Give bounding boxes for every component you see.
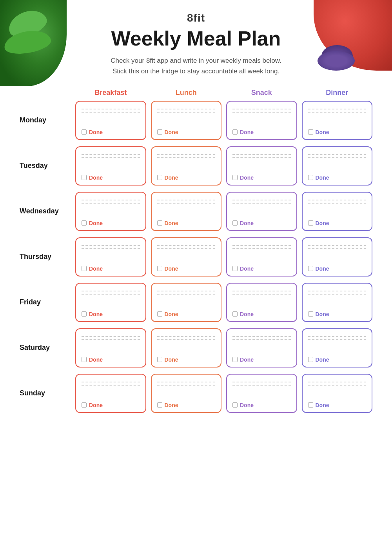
- meal-card-lunch-friday[interactable]: Done: [151, 283, 222, 322]
- done-label: Done: [89, 311, 103, 317]
- done-checkbox[interactable]: [157, 220, 162, 226]
- meal-card-dinner-sunday[interactable]: Done: [302, 374, 373, 413]
- done-row[interactable]: Done: [157, 311, 216, 317]
- done-checkbox[interactable]: [308, 220, 313, 226]
- meal-lines: [82, 243, 140, 251]
- done-checkbox[interactable]: [82, 129, 87, 135]
- subtitle-line2: Stick this on the fridge to stay account…: [113, 67, 279, 75]
- done-checkbox[interactable]: [157, 266, 162, 271]
- meal-lines: [232, 288, 291, 297]
- meal-card-dinner-monday[interactable]: Done: [302, 101, 373, 140]
- days-container: MondayDoneDoneDoneDoneTuesdayDoneDoneDon…: [20, 101, 372, 413]
- done-row[interactable]: Done: [308, 357, 367, 363]
- done-row[interactable]: Done: [157, 266, 216, 272]
- done-row[interactable]: Done: [232, 357, 291, 363]
- meal-lines: [308, 288, 367, 297]
- done-row[interactable]: Done: [82, 220, 140, 226]
- done-checkbox[interactable]: [232, 311, 238, 317]
- done-checkbox[interactable]: [232, 220, 238, 226]
- done-row[interactable]: Done: [157, 175, 216, 181]
- meal-card-dinner-wednesday[interactable]: Done: [302, 192, 373, 231]
- done-row[interactable]: Done: [308, 402, 367, 408]
- meal-card-breakfast-sunday[interactable]: Done: [75, 374, 146, 413]
- meal-lines: [157, 106, 216, 115]
- done-checkbox[interactable]: [308, 129, 313, 135]
- meal-card-dinner-thursday[interactable]: Done: [302, 237, 373, 277]
- meal-card-lunch-saturday[interactable]: Done: [151, 328, 222, 368]
- done-checkbox[interactable]: [232, 129, 238, 135]
- meal-card-lunch-tuesday[interactable]: Done: [151, 146, 222, 186]
- meal-lines: [308, 243, 367, 251]
- meal-card-breakfast-monday[interactable]: Done: [75, 101, 146, 140]
- meal-lines: [232, 379, 291, 388]
- done-checkbox[interactable]: [82, 175, 87, 180]
- done-row[interactable]: Done: [82, 266, 140, 272]
- done-checkbox[interactable]: [232, 357, 238, 362]
- meal-card-breakfast-wednesday[interactable]: Done: [75, 192, 146, 231]
- done-row[interactable]: Done: [232, 175, 291, 181]
- done-row[interactable]: Done: [82, 175, 140, 181]
- done-row[interactable]: Done: [308, 129, 367, 135]
- done-checkbox[interactable]: [82, 402, 87, 408]
- meal-card-snack-thursday[interactable]: Done: [226, 237, 297, 277]
- done-checkbox[interactable]: [157, 311, 162, 317]
- done-row[interactable]: Done: [82, 311, 140, 317]
- done-checkbox[interactable]: [82, 266, 87, 271]
- meal-card-lunch-monday[interactable]: Done: [151, 101, 222, 140]
- done-row[interactable]: Done: [232, 266, 291, 272]
- done-row[interactable]: Done: [308, 175, 367, 181]
- meal-card-snack-friday[interactable]: Done: [226, 283, 297, 322]
- done-label: Done: [165, 220, 178, 226]
- done-checkbox[interactable]: [232, 266, 238, 271]
- meal-card-breakfast-thursday[interactable]: Done: [75, 237, 146, 277]
- done-row[interactable]: Done: [157, 357, 216, 363]
- done-checkbox[interactable]: [157, 402, 162, 408]
- done-checkbox[interactable]: [157, 129, 162, 135]
- done-row[interactable]: Done: [157, 220, 216, 226]
- done-checkbox[interactable]: [308, 266, 313, 271]
- done-checkbox[interactable]: [157, 175, 162, 180]
- meal-card-lunch-wednesday[interactable]: Done: [151, 192, 222, 231]
- done-row[interactable]: Done: [82, 402, 140, 408]
- done-checkbox[interactable]: [82, 311, 87, 317]
- done-row[interactable]: Done: [308, 311, 367, 317]
- done-checkbox[interactable]: [157, 357, 162, 362]
- done-label: Done: [89, 220, 103, 226]
- meal-card-dinner-tuesday[interactable]: Done: [302, 146, 373, 186]
- done-checkbox[interactable]: [232, 402, 238, 408]
- done-row[interactable]: Done: [232, 129, 291, 135]
- meal-card-snack-tuesday[interactable]: Done: [226, 146, 297, 186]
- done-row[interactable]: Done: [82, 357, 140, 363]
- meal-lines: [157, 152, 216, 160]
- meal-card-lunch-thursday[interactable]: Done: [151, 237, 222, 277]
- meal-card-breakfast-saturday[interactable]: Done: [75, 328, 146, 368]
- done-row[interactable]: Done: [232, 311, 291, 317]
- page-header: 8fit Weekly Meal Plan Check your 8fit ap…: [0, 0, 392, 77]
- done-row[interactable]: Done: [232, 220, 291, 226]
- meal-lines: [82, 334, 140, 342]
- meal-card-snack-wednesday[interactable]: Done: [226, 192, 297, 231]
- meal-card-breakfast-friday[interactable]: Done: [75, 283, 146, 322]
- meal-card-lunch-sunday[interactable]: Done: [151, 374, 222, 413]
- meal-card-snack-saturday[interactable]: Done: [226, 328, 297, 368]
- done-row[interactable]: Done: [82, 129, 140, 135]
- done-row[interactable]: Done: [308, 220, 367, 226]
- meal-card-dinner-friday[interactable]: Done: [302, 283, 373, 322]
- done-checkbox[interactable]: [308, 402, 313, 408]
- meal-card-breakfast-tuesday[interactable]: Done: [75, 146, 146, 186]
- meal-card-dinner-saturday[interactable]: Done: [302, 328, 373, 368]
- meal-card-snack-monday[interactable]: Done: [226, 101, 297, 140]
- done-checkbox[interactable]: [308, 357, 313, 362]
- meal-card-snack-sunday[interactable]: Done: [226, 374, 297, 413]
- meal-lines: [308, 106, 367, 115]
- done-checkbox[interactable]: [82, 357, 87, 362]
- done-checkbox[interactable]: [308, 175, 313, 180]
- done-row[interactable]: Done: [308, 266, 367, 272]
- done-checkbox[interactable]: [82, 220, 87, 226]
- done-row[interactable]: Done: [232, 402, 291, 408]
- done-checkbox[interactable]: [232, 175, 238, 180]
- done-checkbox[interactable]: [308, 311, 313, 317]
- done-row[interactable]: Done: [157, 129, 216, 135]
- dash-line-1: [308, 154, 367, 155]
- done-row[interactable]: Done: [157, 402, 216, 408]
